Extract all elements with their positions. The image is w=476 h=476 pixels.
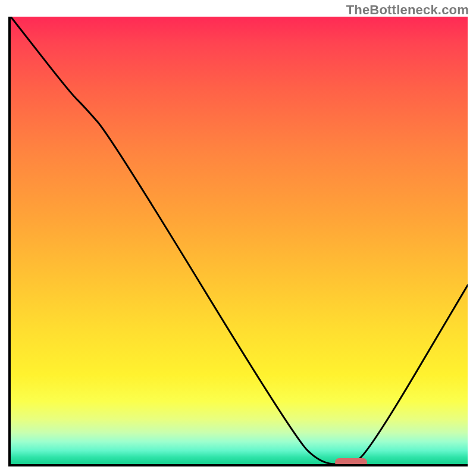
watermark-text: TheBottleneck.com bbox=[346, 2, 469, 18]
plot-frame bbox=[8, 17, 468, 466]
bottleneck-curve bbox=[11, 17, 468, 464]
optimal-range-marker bbox=[335, 458, 367, 466]
chart-container: TheBottleneck.com bbox=[0, 0, 476, 476]
curve-path bbox=[11, 17, 468, 464]
